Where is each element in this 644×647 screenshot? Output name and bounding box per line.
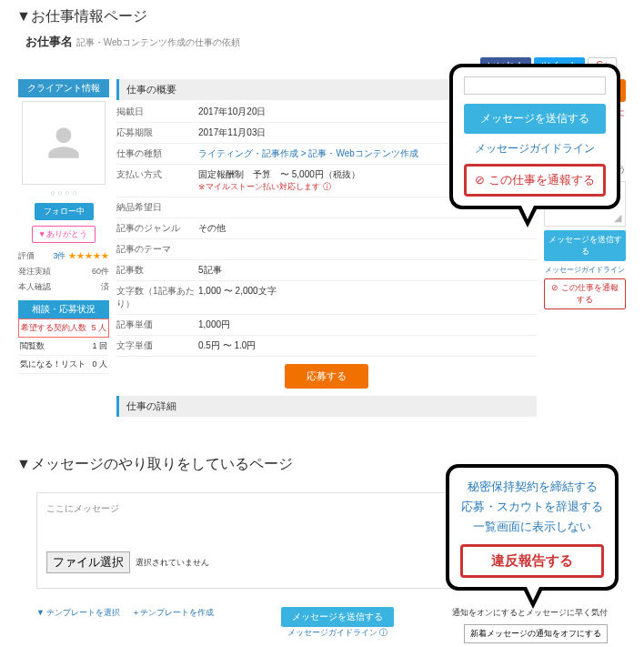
rating-label: 評価 (18, 250, 35, 262)
template-select[interactable]: ▼ テンプレートを選択 (36, 608, 120, 617)
client-sidebar: クライアント情報 ○ ○ ○ ○ フォロー中 ♥ ありがとう 評価3件 ★★★★… (18, 79, 109, 419)
nda-link[interactable]: 秘密保持契約を締結する (460, 477, 604, 497)
client-stats: 評価3件 ★★★★★ 発注実績60件 本人確認済 (18, 248, 109, 295)
callout-tail (517, 206, 538, 227)
job-name-label: お仕事名 (25, 35, 73, 48)
notify-text: 通知をオンにするとメッセージに早く気付 (452, 608, 608, 617)
guideline-link-main[interactable]: メッセージガイドライン ⓘ (287, 628, 388, 637)
dd: 1,000 〜 2,000文字 (198, 285, 537, 310)
recruit-row-value: 1 回 (92, 340, 107, 352)
guideline-link-small: メッセージガイドライン (544, 265, 626, 275)
send-message-button-main[interactable]: メッセージを送信する (281, 607, 394, 627)
recruit-header: 相談・応募状況 (18, 300, 109, 318)
category-link[interactable]: ライティング・記事作成 > 記事・Webコンテンツ作成 (198, 148, 418, 158)
recruit-row-label: 気になる！リスト (20, 359, 86, 370)
recruit-row-value: 5 人 (91, 322, 106, 334)
job-name: お仕事名 記事・Webコンテンツ作成の仕事の依頼 (25, 34, 644, 50)
dt: 記事のジャンル (116, 222, 198, 235)
dd: 5記事 (198, 264, 537, 277)
recruit-row: 希望する契約人数5 人 (18, 318, 109, 338)
message-textarea-zoom[interactable] (464, 76, 606, 95)
client-header: クライアント情報 (18, 79, 109, 97)
guideline-link[interactable]: メッセージガイドライン (475, 142, 595, 155)
resize-icon: ◢ (614, 212, 621, 224)
job-name-sub: 記事・Webコンテンツ作成の仕事の依頼 (76, 37, 240, 47)
callout-report-job: メッセージを送信する メッセージガイドライン ⊘ この仕事を通報する (449, 64, 620, 209)
violation-report-button[interactable]: 違反報告する (460, 544, 604, 578)
report-job-button-small[interactable]: ⊘ この仕事を通報する (544, 278, 626, 309)
recruit-row-label: 希望する契約人数 (21, 322, 86, 334)
avatar[interactable] (22, 101, 106, 185)
recruit-row: 気になる！リスト0 人 (18, 356, 109, 374)
send-message-button[interactable]: メッセージを送信する (464, 104, 606, 134)
template-links: ▼ テンプレートを選択 ＋テンプレートを作成 (36, 607, 223, 619)
dt: 仕事の種類 (116, 147, 198, 160)
milestone-note: ※マイルストーン払い対応します ⓘ (198, 182, 331, 191)
dd: 0.5円 〜 1.0円 (198, 339, 537, 352)
send-message-button-small[interactable]: メッセージを送信する (544, 230, 626, 261)
rating-stars: ★★★★★ (68, 251, 109, 260)
dt: 文字数（1記事あたり） (116, 285, 198, 310)
ordered-value: 60件 (92, 266, 109, 278)
recruit-row: 閲覧数1 回 (18, 338, 109, 356)
report-job-button[interactable]: ⊘ この仕事を通報する (464, 164, 606, 197)
file-select-button[interactable]: ファイル選択 (46, 551, 130, 573)
section-title-1: ▼お仕事情報ページ (16, 7, 644, 26)
notify-off-button[interactable]: 新着メッセージの通知をオフにする (464, 624, 608, 643)
verify-value: 済 (101, 281, 109, 293)
dt: 掲載日 (116, 106, 198, 118)
verify-label: 本人確認 (18, 281, 51, 293)
dt: 支払い方式 (116, 168, 198, 193)
dt: 納品希望日 (116, 201, 198, 214)
rating-count[interactable]: 3件 (53, 251, 65, 260)
callout-tail (522, 587, 544, 609)
recruit-row-label: 閲覧数 (20, 340, 45, 352)
avatar-dots: ○ ○ ○ ○ (18, 188, 109, 197)
file-none: 選択されていません (136, 557, 209, 569)
callout-violation: 秘密保持契約を締結する 応募・スカウトを辞退する 一覧画面に表示しない 違反報告… (446, 464, 619, 591)
dt: 記事数 (116, 264, 198, 277)
follow-button[interactable]: フォロー中 (35, 203, 94, 220)
thanks-button[interactable]: ♥ ありがとう (32, 226, 96, 243)
dt: 記事のテーマ (116, 243, 198, 256)
decline-link[interactable]: 応募・スカウトを辞退する (460, 497, 604, 517)
recruit-row-value: 0 人 (92, 359, 107, 370)
person-icon (41, 120, 86, 166)
ordered-label: 発注実績 (18, 266, 51, 278)
apply-button[interactable]: 応募する (285, 364, 368, 389)
dd: 1,000円 (198, 318, 537, 331)
payment-text: 固定報酬制 予算 〜 5,000円（税抜） (198, 169, 360, 179)
dt: 文字単価 (116, 339, 198, 352)
guideline-link[interactable]: メッセージガイドライン (545, 266, 625, 274)
template-create[interactable]: ＋テンプレートを作成 (132, 608, 214, 617)
dd (198, 243, 537, 256)
detail-header: 仕事の詳細 (116, 396, 537, 417)
dt: 応募期限 (116, 126, 198, 139)
hide-link[interactable]: 一覧画面に表示しない (460, 517, 604, 537)
dd: その他 (198, 222, 537, 235)
dt: 記事単価 (116, 318, 198, 331)
